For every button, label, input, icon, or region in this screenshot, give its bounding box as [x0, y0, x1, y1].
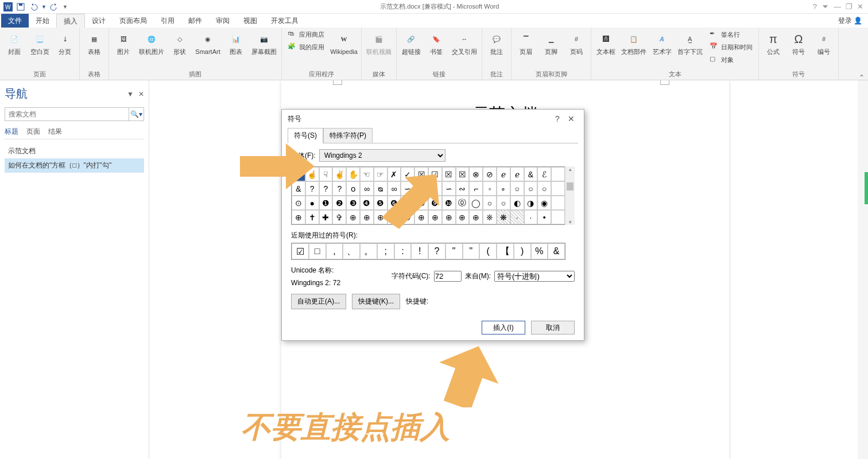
- symbol-cell[interactable]: ☒: [456, 167, 470, 181]
- symbol-cell[interactable]: ❸: [346, 196, 360, 210]
- symbol-cell[interactable]: ∘: [497, 181, 510, 196]
- minimize-icon[interactable]: —: [834, 2, 841, 11]
- symbol-cell[interactable]: ☜: [360, 167, 374, 181]
- header-button[interactable]: ▔页眉: [515, 29, 537, 56]
- blank-page-button[interactable]: 📃空白页: [29, 29, 51, 56]
- wordart-button[interactable]: A艺术字: [651, 29, 673, 56]
- smartart-button[interactable]: ◉SmartArt: [194, 29, 222, 56]
- symbol-cell[interactable]: ❷: [332, 196, 346, 210]
- symbol-cell[interactable]: ⊘: [483, 167, 497, 181]
- symbol-cell[interactable]: ❋: [497, 210, 510, 224]
- symbol-cell[interactable]: ·: [510, 210, 524, 224]
- wikipedia-button[interactable]: WWikipedia: [330, 29, 358, 56]
- nav-item-0[interactable]: 示范文档: [5, 144, 144, 158]
- symbol-cell[interactable]: ⊙: [292, 196, 305, 210]
- comment-button[interactable]: 💬批注: [486, 29, 507, 56]
- equation-button[interactable]: π公式: [762, 29, 784, 56]
- symbol-cell[interactable]: [551, 167, 565, 181]
- symbol-cell[interactable]: ○: [524, 181, 538, 196]
- tab-references[interactable]: 引用: [154, 14, 181, 28]
- symbol-cell[interactable]: ✌: [332, 167, 346, 181]
- tab-layout[interactable]: 页面布局: [113, 14, 154, 28]
- shortcut-button[interactable]: 快捷键(K)...: [352, 294, 400, 309]
- symbol-cell[interactable]: •: [537, 210, 551, 224]
- symbol-cell[interactable]: ◑: [524, 196, 538, 210]
- tab-design[interactable]: 设计: [85, 14, 113, 28]
- dialog-tab-symbols[interactable]: 符号(S): [288, 128, 323, 143]
- symbol-cell[interactable]: ℯ: [497, 167, 510, 181]
- recent-symbol-cell[interactable]: 、: [343, 243, 360, 259]
- symbol-cell[interactable]: ○: [497, 196, 510, 210]
- symbol-cell[interactable]: ℰ: [537, 167, 551, 181]
- recent-symbol-cell[interactable]: &: [548, 243, 565, 259]
- dialog-help-icon[interactable]: ?: [551, 114, 564, 123]
- nav-dropdown-icon[interactable]: ▼: [127, 90, 134, 98]
- recent-symbol-cell[interactable]: ": [445, 243, 463, 259]
- symbol-cell[interactable]: ℯ: [510, 167, 524, 181]
- picture-button[interactable]: 🖼图片: [113, 29, 134, 56]
- symbol-cell[interactable]: ⓪: [456, 196, 470, 210]
- recent-symbol-cell[interactable]: ,: [326, 243, 343, 259]
- recent-symbol-cell[interactable]: (: [479, 243, 497, 259]
- dropcap-button[interactable]: A̲首字下沉: [676, 29, 704, 56]
- online-picture-button[interactable]: 🌐联机图片: [138, 29, 165, 56]
- object-button[interactable]: ▢对象: [707, 54, 755, 65]
- restore-icon[interactable]: ❐: [846, 2, 852, 11]
- app-store-button[interactable]: 🛍应用商店: [285, 29, 327, 40]
- recent-symbol-cell[interactable]: ;: [377, 243, 394, 259]
- qat-customize-icon[interactable]: ▼: [63, 4, 68, 10]
- tab-home[interactable]: 开始: [29, 14, 56, 28]
- vertical-scrollbar[interactable]: [858, 80, 868, 459]
- recent-symbols[interactable]: ☑□,、。;:!?""(【)%&: [291, 243, 565, 260]
- nav-search-input[interactable]: [5, 108, 129, 120]
- symbol-cell[interactable]: [551, 181, 565, 196]
- save-icon[interactable]: [16, 2, 25, 11]
- chart-button[interactable]: 📊图表: [225, 29, 247, 56]
- symbol-cell[interactable]: ⊗: [469, 167, 483, 181]
- dialog-tab-special[interactable]: 特殊字符(P): [323, 128, 373, 143]
- symbol-cell[interactable]: ∾: [456, 181, 470, 196]
- redo-icon[interactable]: [50, 2, 59, 11]
- recent-symbol-cell[interactable]: 。: [360, 243, 377, 259]
- tab-developer[interactable]: 开发工具: [264, 14, 305, 28]
- symbol-cell[interactable]: &: [524, 167, 538, 181]
- autocorrect-button[interactable]: 自动更正(A)...: [291, 294, 346, 309]
- symbol-cell[interactable]: ○: [537, 181, 551, 196]
- symbol-cell[interactable]: ※: [483, 210, 497, 224]
- symbol-cell[interactable]: ◯: [469, 196, 483, 210]
- recent-symbol-cell[interactable]: %: [531, 243, 548, 259]
- tab-review[interactable]: 审阅: [209, 14, 237, 28]
- symbol-cell[interactable]: [551, 196, 565, 210]
- recent-symbol-cell[interactable]: ": [463, 243, 480, 259]
- help-icon[interactable]: ?: [813, 2, 817, 11]
- shapes-button[interactable]: ◇形状: [169, 29, 191, 56]
- undo-dropdown-icon[interactable]: ▼: [41, 4, 46, 10]
- nav-item-1[interactable]: 如何在文档的"方框（□）"内打"勾": [5, 158, 144, 173]
- symbol-cell[interactable]: ?: [319, 181, 333, 196]
- cancel-button[interactable]: 取消: [531, 321, 575, 334]
- nav-tab-headings[interactable]: 标题: [5, 127, 18, 137]
- tab-mailings[interactable]: 邮件: [181, 14, 209, 28]
- number-button[interactable]: #编号: [813, 29, 835, 56]
- recent-symbol-cell[interactable]: ?: [428, 243, 445, 259]
- symbol-cell[interactable]: ●: [305, 196, 319, 210]
- symbol-cell[interactable]: ∞: [360, 181, 374, 196]
- table-button[interactable]: ▦表格: [83, 29, 105, 56]
- symbol-cell[interactable]: ✝: [305, 210, 319, 224]
- dialog-close-icon[interactable]: ✕: [564, 114, 578, 123]
- symbol-cell[interactable]: ?: [332, 181, 346, 196]
- page-break-button[interactable]: ⤓分页: [54, 29, 76, 56]
- symbol-cell[interactable]: ❶: [319, 196, 333, 210]
- symbol-cell[interactable]: ○: [510, 181, 524, 196]
- search-icon[interactable]: 🔍▾: [129, 108, 144, 120]
- symbol-cell[interactable]: [551, 210, 565, 224]
- symbol-cell[interactable]: ⊕: [346, 210, 360, 224]
- symbol-cell[interactable]: ❹: [360, 196, 374, 210]
- symbol-cell[interactable]: ☟: [319, 167, 333, 181]
- symbol-cell[interactable]: ◦: [483, 181, 497, 196]
- tab-file[interactable]: 文件: [1, 14, 29, 28]
- recent-symbol-cell[interactable]: 【: [497, 243, 514, 259]
- symbol-cell[interactable]: ⌐: [469, 181, 483, 196]
- login-link[interactable]: 登录 👤: [832, 14, 868, 28]
- symbol-cell[interactable]: ⊕: [292, 210, 305, 224]
